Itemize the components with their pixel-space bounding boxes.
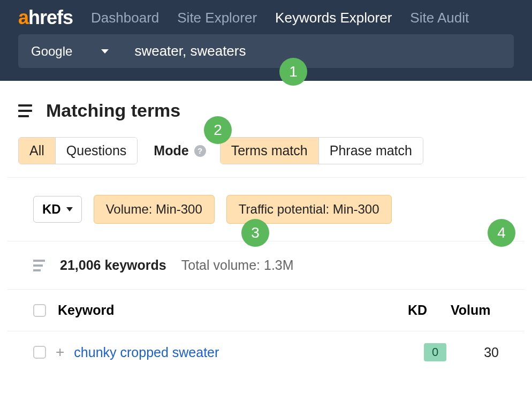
- keyword-count: 21,006 keywords: [60, 257, 166, 273]
- annotation-badge-3: 3: [241, 219, 269, 247]
- row-checkbox[interactable]: [33, 346, 46, 359]
- page-title: Matching terms: [46, 100, 180, 121]
- kd-filter-dropdown[interactable]: KD: [33, 196, 82, 223]
- nav-dashboard[interactable]: Dashboard: [91, 10, 159, 26]
- search-engine-label: Google: [31, 44, 72, 59]
- annotation-badge-4: 4: [488, 219, 515, 247]
- column-kd[interactable]: KD: [408, 302, 451, 318]
- sort-icon[interactable]: [33, 260, 45, 271]
- volume-filter-chip[interactable]: Volume: Min-300: [94, 195, 215, 224]
- help-icon[interactable]: ?: [194, 145, 206, 157]
- mode-tabs: Terms match Phrase match: [220, 137, 423, 164]
- nav-keywords-explorer[interactable]: Keywords Explorer: [275, 10, 392, 26]
- tab-all[interactable]: All: [19, 138, 56, 164]
- chevron-down-icon: [101, 49, 109, 54]
- nav-site-explorer[interactable]: Site Explorer: [177, 10, 257, 26]
- annotation-badge-2: 2: [204, 116, 232, 144]
- keyword-link[interactable]: chunky cropped sweater: [74, 345, 424, 360]
- mode-label: Mode ?: [154, 143, 206, 158]
- keyword-search-input[interactable]: sweater, sweaters: [121, 34, 514, 68]
- kd-filter-label: KD: [42, 202, 61, 217]
- search-engine-select[interactable]: Google: [18, 34, 121, 68]
- kd-badge: 0: [424, 343, 446, 361]
- select-all-checkbox[interactable]: [33, 304, 46, 317]
- tab-questions[interactable]: Questions: [56, 138, 138, 164]
- view-tabs: All Questions: [18, 137, 138, 164]
- column-keyword[interactable]: Keyword: [58, 302, 408, 318]
- total-volume: Total volume: 1.3M: [181, 257, 294, 273]
- menu-icon[interactable]: [18, 104, 32, 117]
- tab-phrase-match[interactable]: Phrase match: [319, 138, 423, 164]
- chevron-down-icon: [66, 207, 73, 211]
- nav-site-audit[interactable]: Site Audit: [410, 10, 469, 26]
- logo[interactable]: ahrefs: [18, 6, 73, 29]
- column-volume[interactable]: Volum: [451, 302, 499, 318]
- expand-icon[interactable]: +: [56, 344, 64, 361]
- table-row: + chunky cropped sweater 0 30: [7, 331, 525, 373]
- volume-value: 30: [467, 345, 499, 360]
- annotation-badge-1: 1: [279, 58, 307, 86]
- tab-terms-match[interactable]: Terms match: [221, 138, 319, 164]
